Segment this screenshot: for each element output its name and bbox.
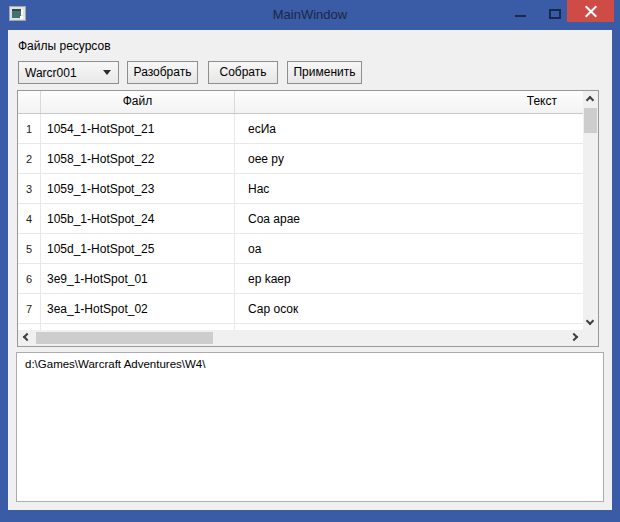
- scroll-down-icon[interactable]: [586, 317, 594, 325]
- maximize-button[interactable]: [540, 0, 570, 28]
- build-button[interactable]: Собрать: [208, 61, 278, 84]
- cell-text[interactable]: Сар осок: [235, 294, 583, 323]
- table-row: 1 1054_1-HotSpot_21 есИа: [18, 114, 583, 144]
- column-header-file[interactable]: Файл: [41, 91, 235, 113]
- row-number[interactable]: 3: [18, 174, 41, 203]
- cell-file[interactable]: 1058_1-HotSpot_22: [41, 144, 235, 173]
- scroll-up-icon[interactable]: [586, 96, 594, 104]
- dropdown-arrow-icon: [103, 70, 111, 75]
- row-number[interactable]: 1: [18, 114, 41, 143]
- resource-table: Файл Текст 1 1054_1-HotSpot_21 есИа 2 10…: [17, 90, 599, 347]
- cell-file[interactable]: 105d_1-HotSpot_25: [41, 234, 235, 263]
- table-row: 6 3e9_1-HotSpot_01 ер kаер: [18, 264, 583, 294]
- cell-text[interactable]: Соа арае: [235, 204, 583, 233]
- row-number[interactable]: 2: [18, 144, 41, 173]
- vertical-scrollbar-thumb[interactable]: [584, 108, 597, 133]
- cell-file[interactable]: 1054_1-HotSpot_21: [41, 114, 235, 143]
- vertical-scrollbar[interactable]: [583, 91, 598, 330]
- apply-button[interactable]: Применить: [287, 61, 362, 84]
- row-header-column[interactable]: [18, 91, 41, 113]
- row-number[interactable]: 7: [18, 294, 41, 323]
- cell-text[interactable]: Нас: [235, 174, 583, 203]
- row-number[interactable]: 6: [18, 264, 41, 293]
- column-header-text[interactable]: Текст: [235, 91, 583, 113]
- horizontal-scrollbar[interactable]: [18, 330, 583, 346]
- table-row: 4 105b_1-HotSpot_24 Соа арае: [18, 204, 583, 234]
- minimize-icon: [515, 15, 526, 17]
- resource-combobox[interactable]: Warcr001: [18, 61, 119, 84]
- row-number[interactable]: 4: [18, 204, 41, 233]
- cell-file[interactable]: 105b_1-HotSpot_24: [41, 204, 235, 233]
- close-icon: [584, 5, 597, 18]
- scroll-right-icon[interactable]: [570, 333, 578, 341]
- scrollbar-corner: [583, 330, 598, 346]
- table-body: 1 1054_1-HotSpot_21 есИа 2 1058_1-HotSpo…: [18, 114, 583, 330]
- cell-file[interactable]: 3e9_1-HotSpot_01: [41, 264, 235, 293]
- cell-file[interactable]: 3ea_1-HotSpot_02: [41, 294, 235, 323]
- maximize-icon: [549, 9, 561, 19]
- resource-files-label: Файлы ресурсов: [18, 39, 111, 53]
- window-content: Файлы ресурсов Warcr001 Разобрать Собрат…: [8, 30, 612, 510]
- path-textbox[interactable]: d:\Games\Warcraft Adventures\W4\: [16, 352, 604, 502]
- resource-combobox-value: Warcr001: [19, 66, 103, 80]
- table-row: 5 105d_1-HotSpot_25 оа: [18, 234, 583, 264]
- main-window: MainWindow Файлы ресурсов Warcr001 Разоб…: [0, 0, 620, 522]
- table-header: Файл Текст: [18, 91, 583, 114]
- close-button[interactable]: [567, 0, 614, 22]
- table-row: 3 1059_1-HotSpot_23 Нас: [18, 174, 583, 204]
- horizontal-scrollbar-thumb[interactable]: [36, 332, 213, 344]
- cell-text[interactable]: оа: [235, 234, 583, 263]
- cell-text[interactable]: есИа: [235, 114, 583, 143]
- row-number[interactable]: 5: [18, 234, 41, 263]
- title-bar[interactable]: MainWindow: [0, 0, 620, 30]
- cell-text[interactable]: оее ру: [235, 144, 583, 173]
- scroll-left-icon[interactable]: [23, 333, 31, 341]
- cell-text[interactable]: ер kаер: [235, 264, 583, 293]
- minimize-button[interactable]: [505, 0, 535, 28]
- table-row: 7 3ea_1-HotSpot_02 Сар осок: [18, 294, 583, 324]
- cell-file[interactable]: 1059_1-HotSpot_23: [41, 174, 235, 203]
- parse-button[interactable]: Разобрать: [127, 61, 198, 84]
- table-row: 2 1058_1-HotSpot_22 оее ру: [18, 144, 583, 174]
